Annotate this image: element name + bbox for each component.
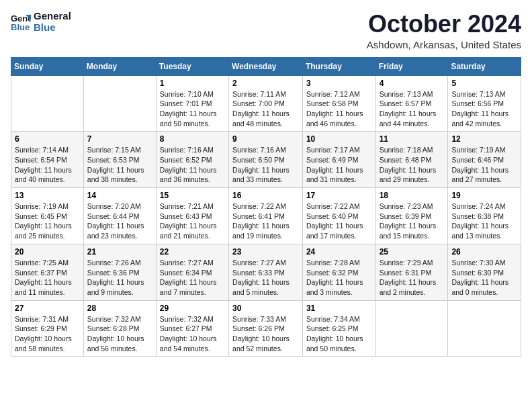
calendar-week-5: 27Sunrise: 7:31 AM Sunset: 6:29 PM Dayli… <box>11 300 521 357</box>
calendar-cell: 1Sunrise: 7:10 AM Sunset: 7:01 PM Daylig… <box>156 75 228 132</box>
day-number: 14 <box>87 191 152 200</box>
calendar-cell: 28Sunrise: 7:32 AM Sunset: 6:28 PM Dayli… <box>83 300 156 357</box>
calendar-cell: 22Sunrise: 7:27 AM Sunset: 6:34 PM Dayli… <box>156 244 228 300</box>
day-number: 15 <box>160 191 225 200</box>
calendar-cell: 18Sunrise: 7:23 AM Sunset: 6:39 PM Dayli… <box>375 188 448 244</box>
calendar-cell: 20Sunrise: 7:25 AM Sunset: 6:37 PM Dayli… <box>11 244 84 300</box>
day-number: 4 <box>380 79 445 88</box>
day-info: Sunrise: 7:27 AM Sunset: 6:33 PM Dayligh… <box>232 258 299 298</box>
calendar-cell: 27Sunrise: 7:31 AM Sunset: 6:29 PM Dayli… <box>11 300 84 357</box>
day-number: 18 <box>380 191 445 200</box>
day-info: Sunrise: 7:31 AM Sunset: 6:29 PM Dayligh… <box>15 314 80 354</box>
calendar-cell: 6Sunrise: 7:14 AM Sunset: 6:54 PM Daylig… <box>11 132 84 188</box>
calendar-cell: 15Sunrise: 7:21 AM Sunset: 6:43 PM Dayli… <box>156 188 228 244</box>
weekday-header-saturday: Saturday <box>448 57 521 75</box>
day-number: 3 <box>306 79 372 88</box>
day-number: 8 <box>160 134 225 144</box>
weekday-header-sunday: Sunday <box>11 57 84 75</box>
weekday-header-monday: Monday <box>83 57 156 75</box>
day-number: 30 <box>232 304 299 313</box>
calendar-cell <box>11 75 84 132</box>
logo-text-blue: Blue <box>34 22 71 34</box>
calendar-cell: 2Sunrise: 7:11 AM Sunset: 7:00 PM Daylig… <box>229 75 303 132</box>
day-number: 10 <box>306 134 372 144</box>
day-number: 11 <box>380 134 445 144</box>
day-number: 19 <box>451 191 517 200</box>
day-info: Sunrise: 7:13 AM Sunset: 6:57 PM Dayligh… <box>380 89 445 129</box>
logo-icon: General Blue <box>11 12 31 32</box>
day-number: 16 <box>232 191 299 200</box>
day-number: 23 <box>232 247 299 257</box>
calendar-cell: 21Sunrise: 7:26 AM Sunset: 6:36 PM Dayli… <box>83 244 156 300</box>
day-info: Sunrise: 7:23 AM Sunset: 6:39 PM Dayligh… <box>380 201 445 241</box>
weekday-header-thursday: Thursday <box>302 57 375 75</box>
location: Ashdown, Arkansas, United States <box>367 39 521 50</box>
day-number: 20 <box>15 247 80 257</box>
day-info: Sunrise: 7:26 AM Sunset: 6:36 PM Dayligh… <box>87 258 152 298</box>
weekday-header-tuesday: Tuesday <box>156 57 228 75</box>
calendar-week-3: 13Sunrise: 7:19 AM Sunset: 6:45 PM Dayli… <box>11 188 521 244</box>
day-number: 28 <box>87 304 152 313</box>
calendar-cell: 31Sunrise: 7:34 AM Sunset: 6:25 PM Dayli… <box>302 300 375 357</box>
page-header: General Blue General Blue October 2024 A… <box>11 11 521 50</box>
calendar-cell: 14Sunrise: 7:20 AM Sunset: 6:44 PM Dayli… <box>83 188 156 244</box>
logo: General Blue General Blue <box>11 11 71 33</box>
weekday-header-friday: Friday <box>375 57 448 75</box>
day-number: 7 <box>87 134 152 144</box>
calendar-cell: 19Sunrise: 7:24 AM Sunset: 6:38 PM Dayli… <box>448 188 521 244</box>
calendar-cell: 17Sunrise: 7:22 AM Sunset: 6:40 PM Dayli… <box>302 188 375 244</box>
day-number: 12 <box>451 134 517 144</box>
day-number: 31 <box>306 304 372 313</box>
day-info: Sunrise: 7:27 AM Sunset: 6:34 PM Dayligh… <box>160 258 225 298</box>
day-number: 27 <box>15 304 80 313</box>
calendar-cell <box>83 75 156 132</box>
day-number: 22 <box>160 247 225 257</box>
day-info: Sunrise: 7:32 AM Sunset: 6:28 PM Dayligh… <box>87 314 152 354</box>
day-info: Sunrise: 7:30 AM Sunset: 6:30 PM Dayligh… <box>451 258 517 298</box>
day-info: Sunrise: 7:29 AM Sunset: 6:31 PM Dayligh… <box>380 258 445 298</box>
calendar-week-2: 6Sunrise: 7:14 AM Sunset: 6:54 PM Daylig… <box>11 132 521 188</box>
day-info: Sunrise: 7:20 AM Sunset: 6:44 PM Dayligh… <box>87 201 152 241</box>
day-number: 29 <box>160 304 225 313</box>
calendar-cell: 3Sunrise: 7:12 AM Sunset: 6:58 PM Daylig… <box>302 75 375 132</box>
calendar-cell: 8Sunrise: 7:16 AM Sunset: 6:52 PM Daylig… <box>156 132 228 188</box>
calendar-cell: 24Sunrise: 7:28 AM Sunset: 6:32 PM Dayli… <box>302 244 375 300</box>
calendar-week-4: 20Sunrise: 7:25 AM Sunset: 6:37 PM Dayli… <box>11 244 521 300</box>
weekday-header-wednesday: Wednesday <box>229 57 303 75</box>
svg-text:Blue: Blue <box>11 22 30 32</box>
day-info: Sunrise: 7:16 AM Sunset: 6:50 PM Dayligh… <box>232 145 299 185</box>
calendar-cell: 26Sunrise: 7:30 AM Sunset: 6:30 PM Dayli… <box>448 244 521 300</box>
month-title: October 2024 <box>367 11 521 38</box>
day-info: Sunrise: 7:13 AM Sunset: 6:56 PM Dayligh… <box>451 89 517 129</box>
calendar-week-1: 1Sunrise: 7:10 AM Sunset: 7:01 PM Daylig… <box>11 75 521 132</box>
day-info: Sunrise: 7:21 AM Sunset: 6:43 PM Dayligh… <box>160 201 225 241</box>
day-info: Sunrise: 7:16 AM Sunset: 6:52 PM Dayligh… <box>160 145 225 185</box>
calendar-cell: 25Sunrise: 7:29 AM Sunset: 6:31 PM Dayli… <box>375 244 448 300</box>
day-info: Sunrise: 7:22 AM Sunset: 6:40 PM Dayligh… <box>306 201 372 241</box>
day-number: 2 <box>232 79 299 88</box>
day-number: 5 <box>451 79 517 88</box>
calendar-cell <box>448 300 521 357</box>
day-info: Sunrise: 7:25 AM Sunset: 6:37 PM Dayligh… <box>15 258 80 298</box>
day-info: Sunrise: 7:19 AM Sunset: 6:46 PM Dayligh… <box>451 145 517 185</box>
day-number: 13 <box>15 191 80 200</box>
day-info: Sunrise: 7:18 AM Sunset: 6:48 PM Dayligh… <box>380 145 445 185</box>
day-info: Sunrise: 7:19 AM Sunset: 6:45 PM Dayligh… <box>15 201 80 241</box>
day-number: 26 <box>451 247 517 257</box>
weekday-header-row: SundayMondayTuesdayWednesdayThursdayFrid… <box>11 57 521 75</box>
calendar-cell: 9Sunrise: 7:16 AM Sunset: 6:50 PM Daylig… <box>229 132 303 188</box>
calendar-cell: 4Sunrise: 7:13 AM Sunset: 6:57 PM Daylig… <box>375 75 448 132</box>
day-info: Sunrise: 7:34 AM Sunset: 6:25 PM Dayligh… <box>306 314 372 354</box>
logo-text-general: General <box>34 11 71 22</box>
day-info: Sunrise: 7:14 AM Sunset: 6:54 PM Dayligh… <box>15 145 80 185</box>
day-number: 9 <box>232 134 299 144</box>
calendar-cell: 5Sunrise: 7:13 AM Sunset: 6:56 PM Daylig… <box>448 75 521 132</box>
calendar-cell: 30Sunrise: 7:33 AM Sunset: 6:26 PM Dayli… <box>229 300 303 357</box>
day-number: 21 <box>87 247 152 257</box>
calendar-cell: 29Sunrise: 7:32 AM Sunset: 6:27 PM Dayli… <box>156 300 228 357</box>
calendar-cell: 11Sunrise: 7:18 AM Sunset: 6:48 PM Dayli… <box>375 132 448 188</box>
calendar-cell: 10Sunrise: 7:17 AM Sunset: 6:49 PM Dayli… <box>302 132 375 188</box>
day-info: Sunrise: 7:28 AM Sunset: 6:32 PM Dayligh… <box>306 258 372 298</box>
day-number: 6 <box>15 134 80 144</box>
day-info: Sunrise: 7:17 AM Sunset: 6:49 PM Dayligh… <box>306 145 372 185</box>
